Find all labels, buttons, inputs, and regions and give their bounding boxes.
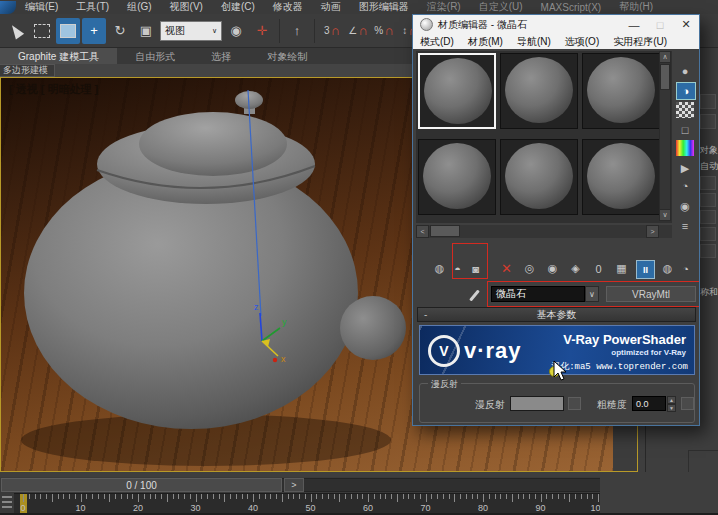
material-id-channel-icon[interactable]: 0	[590, 260, 607, 277]
panel-icon[interactable]	[700, 114, 716, 129]
menu-6[interactable]: 修改器	[264, 0, 312, 14]
minimize-button[interactable]: —	[621, 15, 647, 34]
diffuse-color-swatch[interactable]	[510, 396, 564, 411]
menu-5[interactable]: 创建(C)	[212, 0, 264, 14]
reference-coordinate-dropdown[interactable]: 视图∨	[160, 21, 222, 41]
vscroll-thumb[interactable]	[660, 64, 670, 90]
sample-type-sphere-icon[interactable]: ●	[676, 63, 694, 79]
show-end-result-icon[interactable]: II	[636, 260, 655, 279]
viewport-label[interactable]: [ 透视 [ 明暗处理 ]	[9, 82, 98, 97]
menu-10[interactable]: 自定义(U)	[470, 0, 532, 14]
create-button[interactable]	[700, 193, 716, 207]
roughness-spinner[interactable]: ▲▼	[667, 396, 676, 411]
put-material-to-scene-icon[interactable]: ◓	[449, 260, 466, 277]
ribbon-tab-2[interactable]: 自由形式	[117, 48, 193, 64]
hscroll-thumb[interactable]	[430, 225, 460, 237]
me-menu-3[interactable]: 导航(N)	[510, 35, 558, 49]
sample-slot-3[interactable]	[582, 53, 660, 129]
roughness-map-button[interactable]	[681, 397, 694, 410]
material-name-dropdown-icon[interactable]: ∨	[585, 286, 599, 302]
sample-slot-6[interactable]	[582, 139, 660, 215]
video-color-check-icon[interactable]: ▥	[676, 140, 694, 156]
menu-4[interactable]: 视图(V)	[161, 0, 212, 14]
scroll-down-icon[interactable]: ∨	[659, 209, 671, 221]
create-button[interactable]	[700, 210, 716, 224]
percent-snap-icon[interactable]: %∩	[372, 18, 396, 44]
sample-slot-5[interactable]	[500, 139, 578, 215]
snap-3d-icon[interactable]: 3∩	[320, 18, 344, 44]
app-logo-icon[interactable]	[0, 1, 16, 14]
ribbon-tab-1[interactable]: Graphite 建模工具	[0, 48, 117, 64]
next-frame-button[interactable]: >	[284, 478, 304, 492]
time-slider-thumb[interactable]: 0 / 100	[1, 478, 282, 492]
me-menu-4[interactable]: 选项(O)	[558, 35, 606, 49]
create-button[interactable]	[700, 176, 716, 190]
rectangular-selection-region-icon[interactable]	[30, 18, 54, 44]
roughness-field[interactable]: 0.0	[632, 396, 666, 411]
menu-11[interactable]: MAXScript(X)	[532, 2, 611, 13]
use-pivot-center-icon[interactable]: ◉	[224, 18, 248, 44]
scroll-right-icon[interactable]: >	[646, 225, 659, 238]
panel-icon[interactable]	[700, 94, 716, 109]
menu-1[interactable]: 编辑(E)	[16, 0, 67, 14]
angle-snap-icon[interactable]: ∠∩	[346, 18, 370, 44]
background-icon[interactable]: ▦	[676, 102, 694, 118]
sample-slot-1[interactable]	[418, 53, 496, 129]
show-background-icon[interactable]: ▦	[613, 260, 630, 277]
material-type-button[interactable]: VRayMtl	[606, 286, 696, 302]
create-button[interactable]	[700, 244, 716, 258]
make-unique-icon[interactable]: ◉	[544, 260, 561, 277]
basic-parameters-rollout[interactable]: - 基本参数	[417, 307, 696, 322]
polygon-modeling-panel-label[interactable]: 多边形建模	[0, 64, 55, 77]
create-button[interactable]	[700, 227, 716, 241]
rollout-collapse-icon[interactable]: -	[424, 309, 427, 320]
material-editor-titlebar[interactable]: 材质编辑器 - 微晶石 — □ ✕	[413, 15, 699, 34]
sample-slot-2[interactable]	[500, 53, 578, 129]
menu-8[interactable]: 图形编辑器	[350, 0, 418, 14]
menu-12[interactable]: 帮助(H)	[610, 0, 662, 14]
diffuse-map-button[interactable]	[568, 397, 581, 410]
teapot-spout[interactable]	[340, 296, 406, 360]
scroll-up-icon[interactable]: ∧	[659, 51, 671, 63]
sample-slot-4[interactable]	[418, 139, 496, 215]
select-and-move-icon[interactable]: +	[82, 18, 106, 44]
me-menu-1[interactable]: 模式(D)	[413, 35, 461, 49]
options-icon[interactable]: ◔	[676, 178, 694, 194]
window-crossing-icon[interactable]	[56, 18, 80, 44]
track-bar[interactable]: 0102030405060708090100	[14, 493, 600, 514]
reset-map-icon[interactable]: ✕	[498, 260, 515, 277]
ribbon-tab-3[interactable]: 选择	[193, 48, 249, 64]
menu-2[interactable]: 工具(T)	[67, 0, 118, 14]
menu-3[interactable]: 组(G)	[118, 0, 160, 14]
slots-vertical-scrollbar[interactable]: ∧ ∨	[659, 51, 671, 221]
make-material-copy-icon[interactable]: ◎	[521, 260, 538, 277]
assign-material-to-selection-icon[interactable]: ◙	[467, 260, 484, 277]
menu-7[interactable]: 动画	[312, 0, 350, 14]
select-and-scale-icon[interactable]: ▣	[134, 18, 158, 44]
autogrid-label: 自动栅	[700, 160, 718, 173]
slots-horizontal-scrollbar[interactable]: < >	[416, 225, 672, 238]
go-to-sibling-icon[interactable]: ◔	[677, 260, 694, 277]
select-object-icon[interactable]	[4, 18, 28, 44]
sample-uv-tiling-icon[interactable]: □	[676, 122, 694, 138]
put-to-library-icon[interactable]: ◈	[567, 260, 584, 277]
material-name-field[interactable]: 微晶石	[491, 286, 585, 302]
backlight-icon[interactable]: ◑	[676, 82, 696, 100]
close-button[interactable]: ✕	[673, 15, 699, 34]
keyboard-override-icon[interactable]: ↑	[285, 18, 309, 44]
teapot-lid-dome[interactable]	[139, 112, 287, 176]
make-preview-icon[interactable]: ▶	[676, 160, 694, 176]
go-to-parent-icon[interactable]: ◍	[659, 260, 676, 277]
select-by-material-icon[interactable]: ◉	[676, 198, 694, 214]
ribbon-tab-4[interactable]: 对象绘制	[249, 48, 325, 64]
menu-9[interactable]: 渲染(R)	[418, 0, 470, 14]
select-and-manipulate-icon[interactable]: ✛	[250, 18, 274, 44]
scroll-left-icon[interactable]: <	[416, 225, 429, 238]
select-and-rotate-icon[interactable]: ↻	[108, 18, 132, 44]
me-menu-5[interactable]: 实用程序(U)	[606, 35, 674, 49]
mini-curve-editor-button[interactable]	[0, 493, 15, 513]
me-menu-2[interactable]: 材质(M)	[461, 35, 510, 49]
pick-material-eyedropper-icon[interactable]	[469, 290, 480, 302]
get-material-icon[interactable]: ◍	[431, 260, 448, 277]
material-map-navigator-icon[interactable]: ≡	[676, 218, 694, 234]
